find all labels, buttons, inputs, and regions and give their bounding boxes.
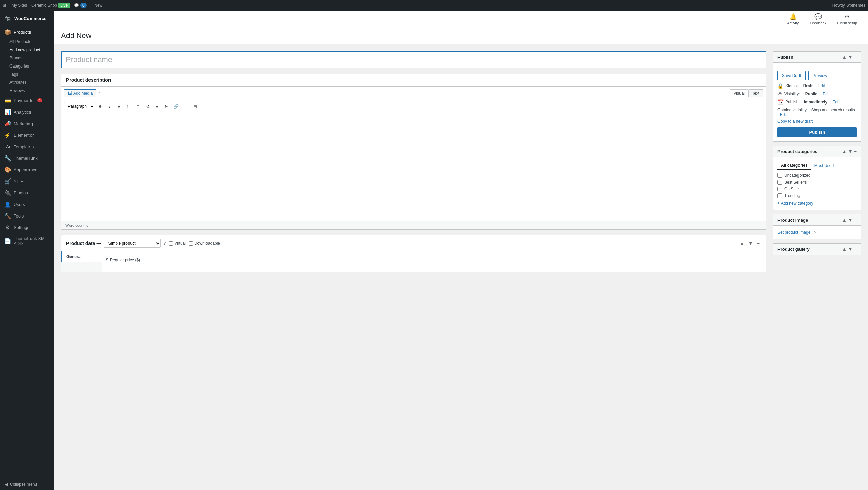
- description-help-icon[interactable]: ?: [98, 91, 100, 96]
- align-right-button[interactable]: ⫸: [162, 102, 171, 111]
- paragraph-select[interactable]: Paragraph: [64, 102, 95, 110]
- publish-box-collapse-down[interactable]: ▼: [848, 54, 853, 60]
- comment-icon: 💬: [74, 3, 79, 8]
- publish-box-collapse-up[interactable]: ▲: [842, 54, 847, 60]
- downloadable-checkbox[interactable]: [189, 241, 193, 246]
- bullet-list-button[interactable]: ≡: [115, 102, 123, 111]
- ordered-list-button[interactable]: 1.: [124, 102, 133, 111]
- add-media-button[interactable]: 🖼 Add Media: [64, 89, 96, 97]
- sidebar-templates-label: Templates: [14, 144, 34, 149]
- align-center-button[interactable]: ≡: [153, 102, 161, 111]
- all-categories-tab[interactable]: All categories: [777, 161, 811, 170]
- status-edit-link[interactable]: Edit: [818, 83, 825, 88]
- sidebar-item-marketing[interactable]: 📣 Marketing: [0, 118, 54, 129]
- bold-button[interactable]: B: [96, 102, 104, 111]
- preview-button[interactable]: Preview: [808, 71, 832, 80]
- sidebar-item-payments[interactable]: 💳 Payments 1: [0, 95, 54, 106]
- product-data-collapse-up[interactable]: ▲: [738, 240, 746, 247]
- categories-collapse-up[interactable]: ▲: [842, 149, 847, 154]
- categories-collapse-down[interactable]: ▼: [848, 149, 853, 154]
- sidebar-item-themehunk[interactable]: 🔧 ThemeHunk: [0, 152, 54, 164]
- sidebar-item-appearance[interactable]: 🎨 Appearance: [0, 164, 54, 175]
- product-image-collapse-up[interactable]: ▲: [842, 217, 847, 223]
- sidebar-reviews[interactable]: Reviews: [5, 87, 54, 95]
- sidebar-products-submenu: All Products Add new product Brands Cate…: [0, 38, 54, 95]
- sidebar-add-new-product[interactable]: Add new product: [5, 46, 54, 54]
- most-used-tab[interactable]: Most Used: [811, 161, 837, 170]
- product-gallery-collapse-up[interactable]: ▲: [842, 246, 847, 252]
- sidebar-item-templates[interactable]: 🗂 Templates: [0, 141, 54, 152]
- visual-tab-button[interactable]: Visual: [730, 89, 748, 97]
- add-category-link[interactable]: + Add new category: [777, 201, 857, 206]
- sidebar-item-themehunk-xml[interactable]: 📄 Themehunk XML ADD: [0, 233, 54, 249]
- blockquote-button[interactable]: ": [134, 102, 142, 111]
- sidebar-item-users[interactable]: 👤 Users: [0, 199, 54, 210]
- publish-button[interactable]: Publish: [777, 127, 857, 137]
- text-tab-button[interactable]: Text: [748, 89, 763, 97]
- collapse-menu-btn[interactable]: ◀ Collapse menu: [0, 478, 54, 490]
- sidebar-brands[interactable]: Brands: [5, 54, 54, 62]
- sidebar-item-elementor[interactable]: ⚡ Elementor: [0, 129, 54, 141]
- set-product-image-link[interactable]: Set product image: [777, 230, 810, 235]
- product-gallery-toggle[interactable]: −: [854, 246, 857, 252]
- copy-draft-link[interactable]: Copy to a new draft: [777, 119, 857, 124]
- sidebar-item-settings[interactable]: ⚙ Settings: [0, 222, 54, 233]
- category-best-sellers-checkbox[interactable]: [777, 180, 782, 185]
- new-content-link[interactable]: + New: [91, 3, 102, 8]
- italic-button[interactable]: I: [105, 102, 114, 111]
- sidebar-tags[interactable]: Tags: [5, 70, 54, 78]
- categories-box-body: All categories Most Used Uncategorized B…: [773, 157, 861, 210]
- sidebar-item-yith[interactable]: 🛒 YITH: [0, 175, 54, 187]
- my-sites-link[interactable]: My Sites: [12, 3, 27, 8]
- sidebar-item-products[interactable]: 📦 Products: [0, 26, 54, 38]
- price-icon: $: [106, 258, 108, 262]
- product-data-toggle[interactable]: −: [756, 240, 761, 247]
- product-image-help-icon[interactable]: ?: [814, 230, 816, 235]
- sidebar-attributes[interactable]: Attributes: [5, 78, 54, 87]
- table-button[interactable]: ⊞: [191, 102, 199, 111]
- product-image-toggle[interactable]: −: [854, 217, 857, 223]
- sidebar-tools-label: Tools: [14, 213, 24, 219]
- sidebar-item-plugins[interactable]: 🔌 Plugins: [0, 187, 54, 199]
- sidebar-analytics-label: Analytics: [14, 110, 31, 115]
- category-uncategorized-checkbox[interactable]: [777, 173, 782, 178]
- align-left-button[interactable]: ⫷: [143, 102, 152, 111]
- category-on-sale-checkbox[interactable]: [777, 187, 782, 191]
- main-content-area: 🔔 Activity 💬 Feedback ⚙ Finish setup Add…: [54, 11, 868, 490]
- comments-link[interactable]: 💬 0: [74, 3, 87, 8]
- publish-when-edit-link[interactable]: Edit: [832, 100, 840, 105]
- virtual-checkbox[interactable]: [169, 241, 173, 246]
- product-name-input[interactable]: [61, 51, 766, 68]
- more-button[interactable]: —: [181, 102, 190, 111]
- product-type-select[interactable]: Simple product Variable product Grouped …: [104, 239, 161, 248]
- editor-body[interactable]: [61, 112, 766, 221]
- product-image-collapse-down[interactable]: ▼: [848, 217, 853, 223]
- save-draft-button[interactable]: Save Draft: [777, 71, 806, 80]
- tab-general[interactable]: General: [61, 251, 102, 262]
- categories-toggle[interactable]: −: [854, 149, 857, 154]
- link-button[interactable]: 🔗: [172, 102, 180, 111]
- product-data-help-icon[interactable]: ?: [163, 241, 166, 246]
- feedback-button[interactable]: 💬 Feedback: [806, 12, 830, 26]
- product-gallery-header: Product gallery ▲ ▼ −: [773, 244, 861, 255]
- regular-price-input[interactable]: [158, 256, 232, 264]
- analytics-icon: 📊: [5, 109, 11, 115]
- visibility-edit-link[interactable]: Edit: [823, 92, 830, 96]
- sidebar-item-analytics[interactable]: 📊 Analytics: [0, 106, 54, 118]
- product-data-collapse-down[interactable]: ▼: [747, 240, 754, 247]
- finish-setup-button[interactable]: ⚙ Finish setup: [833, 12, 861, 26]
- sidebar-plugins-label: Plugins: [14, 190, 28, 195]
- category-trending-checkbox[interactable]: [777, 193, 782, 198]
- publish-box-toggle[interactable]: −: [854, 54, 857, 60]
- sidebar-categories[interactable]: Categories: [5, 62, 54, 70]
- sidebar-all-products[interactable]: All Products: [5, 38, 54, 46]
- catalog-visibility-edit-link[interactable]: Edit: [780, 112, 787, 117]
- site-name-link[interactable]: Ceramic Shop Live: [31, 3, 70, 8]
- activity-button[interactable]: 🔔 Activity: [783, 12, 803, 26]
- status-label: Status:: [785, 83, 798, 88]
- product-gallery-collapse-down[interactable]: ▼: [848, 246, 853, 252]
- editor-toolbar: 🖼 Add Media ? Visual Text: [61, 87, 766, 100]
- virtual-label: Virtual: [174, 241, 186, 246]
- sidebar-users-label: Users: [14, 202, 25, 207]
- sidebar-item-tools[interactable]: 🔨 Tools: [0, 210, 54, 222]
